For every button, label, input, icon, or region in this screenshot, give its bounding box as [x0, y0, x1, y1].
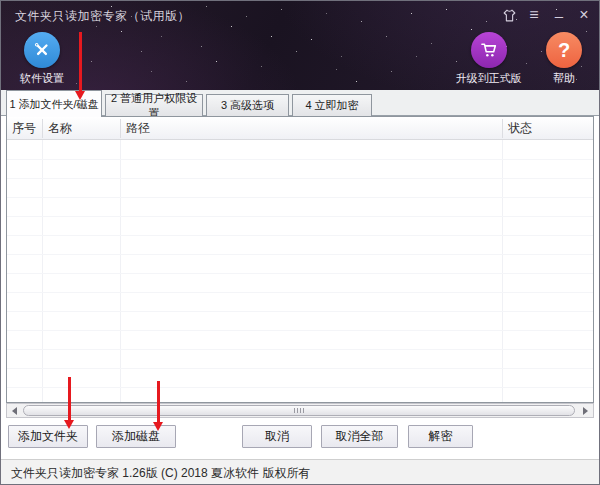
tab-advanced-options[interactable]: 3 高级选项: [206, 94, 289, 116]
titlebar-controls: ≡ – ×: [500, 6, 593, 24]
app-window: 文件夹只读加密专家（试用版） ≡ – × 软件设置: [0, 0, 600, 485]
menu-icon[interactable]: ≡: [525, 6, 543, 24]
scrollbar-thumb[interactable]: [23, 405, 575, 416]
column-header-status[interactable]: 状态: [503, 117, 593, 140]
horizontal-scrollbar[interactable]: [6, 403, 594, 418]
file-list-header: 序号 名称 路径 状态: [7, 117, 593, 140]
window-title: 文件夹只读加密专家（试用版）: [15, 8, 190, 25]
crossed-tools-icon: [24, 32, 60, 68]
minimize-button[interactable]: –: [550, 6, 568, 24]
question-mark-icon: ?: [546, 32, 582, 68]
thumb-grip: [297, 408, 298, 413]
status-bar: 文件夹只读加密专家 1.26版 (C) 2018 夏冰软件 版权所有: [1, 459, 600, 485]
help-label: 帮助: [541, 71, 587, 86]
software-settings-button[interactable]: 软件设置: [12, 32, 72, 86]
scroll-right-icon[interactable]: [578, 404, 593, 417]
shopping-cart-icon: [471, 32, 507, 68]
column-header-name[interactable]: 名称: [43, 117, 120, 140]
file-list-rows-empty: [7, 141, 593, 402]
cancel-button[interactable]: 取消: [242, 425, 312, 448]
column-header-path[interactable]: 路径: [121, 117, 502, 140]
stars-decoration: [1, 1, 2, 2]
tab-add-folder-disk[interactable]: 1 添加文件夹/磁盘: [6, 90, 102, 117]
add-disk-button[interactable]: 添加磁盘: [96, 425, 176, 448]
header-separator: [42, 119, 43, 138]
upgrade-label: 升级到正式版: [451, 71, 526, 86]
skin-icon[interactable]: [500, 6, 518, 24]
software-settings-label: 软件设置: [12, 71, 72, 86]
scroll-left-icon[interactable]: [7, 404, 22, 417]
help-button[interactable]: ? 帮助: [541, 32, 587, 86]
thumb-grip: [300, 408, 301, 413]
tab-encrypt-now[interactable]: 4 立即加密: [292, 94, 372, 116]
header-separator: [502, 119, 503, 138]
file-list: 序号 名称 路径 状态: [6, 116, 594, 403]
upgrade-button[interactable]: 升级到正式版: [451, 32, 526, 86]
status-text: 文件夹只读加密专家 1.26版 (C) 2018 夏冰软件 版权所有: [11, 460, 310, 485]
add-folder-button[interactable]: 添加文件夹: [8, 425, 88, 448]
header-separator: [120, 119, 121, 138]
decrypt-button[interactable]: 解密: [408, 425, 473, 448]
cancel-all-button[interactable]: 取消全部: [321, 425, 398, 448]
tab-user-permissions[interactable]: 2 普通用户权限设置: [105, 94, 203, 116]
thumb-grip: [303, 408, 304, 413]
thumb-grip: [294, 408, 295, 413]
close-button[interactable]: ×: [575, 6, 593, 24]
column-header-index[interactable]: 序号: [7, 117, 42, 140]
